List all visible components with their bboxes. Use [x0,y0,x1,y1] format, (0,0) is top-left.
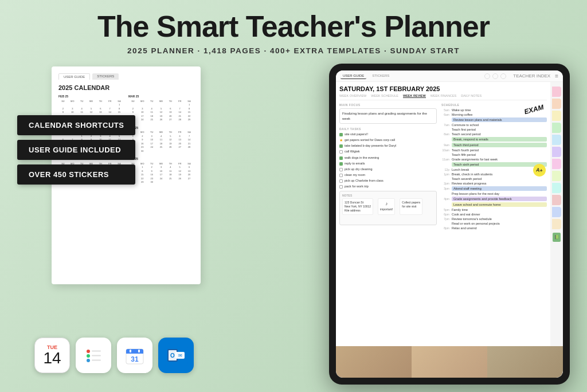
photo-3 [487,346,563,378]
schedule-item: 3pm Attend staff meeting [441,186,547,191]
schedule-item: 6pm Cook and eat dinner [441,213,547,216]
task-checkbox[interactable] [339,144,343,148]
tab-week-review[interactable]: WEEK REVIEW [403,94,426,98]
schedule-item: 8pm Relax and unwind [441,226,547,230]
note-address: 123 Duncan StNew York, NY 10012Kite addr… [342,198,373,215]
sidebar-book-icon: 📗 [553,233,561,242]
task-item: pack for work trip [339,185,437,189]
task-checkbox[interactable] [339,168,343,171]
tablet-top-tabs: USER GUIDE STICKERS TEACHER INDEX ≡ [336,70,563,82]
tablet-nav-tabs: WEEK OVERVIEW WEEK SCHEDULE WEEK REVIEW … [339,94,547,100]
tablet-two-col: MAIN FOCUS Finalizing lesson plans and g… [339,103,547,368]
schedule-item: Prep lesson plans for the next day [441,192,547,195]
task-item: clean my room [339,173,437,177]
schedule-item: 10am Teach fourth period [441,148,547,152]
note-collect-papers: Collect papersfor site visit [400,198,422,215]
tablet-right-col: SCHEDULE EXAM 5am Wake up time [441,103,547,368]
sidebar-teacher-index [555,83,558,85]
schedule-item: 8am Teach second period [441,132,547,136]
feature-badges: CALENDAR SHORTCUTS USER GUIDE INCLUDED O… [17,115,135,185]
sidebar-tab-mar[interactable] [552,111,561,121]
tab-week-overview[interactable]: WEEK OVERVIEW [339,94,366,98]
page-title: The Smart Teacher's Planner [11,10,576,43]
tab-week-finances[interactable]: WEEK FINANCES [431,94,457,98]
user-guide-badge: USER GUIDE INCLUDED [17,140,135,160]
paper-tabs: USER GUIDE STICKERS [58,73,194,80]
tab-user-guide[interactable]: USER GUIDE [341,73,366,79]
task-star[interactable]: ★ [339,138,343,142]
schedule-list: 5am Wake up time 6am Morning coffee [441,108,547,230]
user-guide-tab[interactable]: USER GUIDE [58,73,90,80]
left-panel: USER GUIDE STICKERS 2025 CALENDAR FEB 25… [17,64,189,385]
task-checkbox[interactable] [339,174,343,177]
tablet-date-header: SATURDAY, 1ST FEBRUARY 2025 [339,85,547,92]
task-checkbox[interactable] [339,185,343,189]
tablet-sidebar: 📗 [550,82,563,377]
main-focus-label: MAIN FOCUS [339,103,437,107]
schedule-item: Break, respond to emails [441,137,547,142]
calendar-shortcuts-badge: CALENDAR SHORTCUTS [17,115,135,135]
sidebar-tab-oct[interactable] [552,195,561,205]
tablet-control-2 [492,73,498,79]
schedule-item: Leave school and commute home [441,202,547,207]
task-checkbox[interactable] [339,156,343,160]
svg-rect-13 [138,350,140,352]
sidebar-tab-may[interactable] [552,135,561,145]
stickers-tab[interactable]: STICKERS [92,73,119,80]
sidebar-tab-jan[interactable] [552,87,561,97]
main-content: USER GUIDE STICKERS 2025 CALENDAR FEB 25… [0,64,587,385]
sidebar-tab-aug[interactable] [552,171,561,181]
sidebar-tab-sep[interactable] [552,183,561,193]
task-checkbox[interactable] [339,179,343,183]
schedule-item: 2pm Review student progress [441,182,547,185]
schedule-item: 11am Grade assignments for last week [441,158,547,161]
photo-1 [336,346,412,378]
tab-stickers[interactable]: STICKERS [370,73,392,79]
menu-icon[interactable]: ≡ [555,73,558,79]
page-subtitle: 2025 PLANNER · 1,418 PAGES · 400+ EXTRA … [11,46,576,55]
task-item: ★ get papers sorted for Daws corp call [339,138,437,142]
sidebar-tab-dec[interactable] [552,219,561,229]
ios-calendar-icon: TUE 14 [34,338,70,373]
tablet-screen: USER GUIDE STICKERS TEACHER INDEX ≡ [336,70,563,378]
schedule-item: 9am Teach third period [441,143,547,147]
calendar-title: 2025 CALENDAR [58,84,194,91]
outlook-icon: O ✉ [158,338,194,373]
svg-point-5 [87,359,90,362]
sidebar-tab-jun[interactable] [552,147,561,157]
tablet-control-1 [484,73,490,79]
task-item: pick up Charlotte from class [339,179,437,183]
note-important: ♪ important! [378,198,395,215]
schedule-item: 7pm Review tomorrow's schedule [441,217,547,221]
mini-cal-mar: MAR 25 SUMOTUWETHFRSA 1 2345678 91011121… [128,95,194,121]
notes-section: NOTES 123 Duncan StNew York, NY 10012Kit… [339,191,437,225]
schedule-item: 7am Commute to school [441,123,547,127]
tablet-content: SATURDAY, 1ST FEBRUARY 2025 WEEK OVERVIE… [336,82,563,377]
page-header: The Smart Teacher's Planner 2025 PLANNER… [0,0,587,61]
google-calendar-icon: 31 [117,338,152,373]
svg-rect-2 [92,351,101,352]
svg-text:O: O [170,352,175,359]
task-checkbox[interactable] [339,162,343,166]
schedule-item: Teach first period [441,128,547,131]
sidebar-tab-apr[interactable] [552,123,561,133]
task-item: site visit papers!! [339,132,437,136]
tab-week-schedule[interactable]: WEEK SCHEDULE [371,94,398,98]
svg-point-3 [87,354,90,358]
schedule-item: Teach fifth period [441,153,547,156]
tab-daily-notes[interactable]: DAILY NOTES [461,94,482,98]
task-list: site visit papers!! ★ get papers sorted … [339,132,437,189]
daily-tasks-label: DAILY TASKS [339,127,437,131]
notes-label: NOTES [342,194,434,197]
calendar-day-num: 14 [43,350,61,366]
sidebar-tab-nov[interactable] [552,207,561,217]
task-item: walk dogs in the evening [339,156,437,160]
tablet-main: SATURDAY, 1ST FEBRUARY 2025 WEEK OVERVIE… [336,82,550,377]
sidebar-tab-feb[interactable] [552,99,561,109]
sidebar-tab-jul[interactable] [552,159,561,169]
task-checkbox[interactable] [339,150,343,154]
task-checkbox[interactable] [339,133,343,136]
svg-rect-10 [126,351,143,354]
teacher-index-label: TEACHER INDEX [513,73,550,79]
svg-point-1 [87,350,90,353]
